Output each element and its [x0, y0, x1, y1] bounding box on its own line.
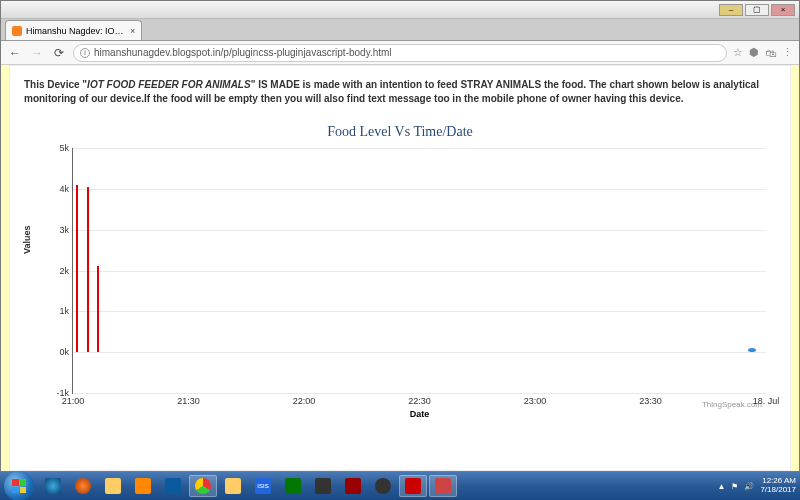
x-tick: 22:30 — [408, 393, 431, 406]
taskbar-app3-icon[interactable] — [279, 475, 307, 497]
clock[interactable]: 12:26 AM7/18/2017 — [760, 477, 796, 495]
taskbar-isis-icon[interactable]: ISIS — [249, 475, 277, 497]
window-maximize-button[interactable]: ▢ — [745, 4, 769, 16]
tray-flag-icon[interactable]: ▲ — [717, 482, 725, 491]
browser-window: – ▢ × Himanshu Nagdev: IOT F × ← → ⟳ i h… — [0, 0, 800, 472]
os-titlebar: – ▢ × — [1, 1, 799, 19]
y-tick: 4k — [59, 184, 73, 194]
y-tick: 3k — [59, 225, 73, 235]
taskbar-app-icon[interactable] — [159, 475, 187, 497]
url-text: himanshunagdev.blogspot.in/p/plugincss-p… — [94, 47, 392, 58]
toolbar: ← → ⟳ i himanshunagdev.blogspot.in/p/plu… — [1, 41, 799, 65]
description-text: This Device "IOT FOOD FEEDER FOR ANIMALS… — [24, 78, 776, 106]
chart: Food Level Vs Time/Date Values Date Thin… — [24, 124, 776, 424]
x-tick: 23:00 — [524, 393, 547, 406]
tray-volume-icon[interactable]: 🔊 — [744, 482, 754, 491]
y-tick: 5k — [59, 143, 73, 153]
reload-button[interactable]: ⟳ — [51, 45, 67, 61]
forward-button: → — [29, 45, 45, 61]
x-axis-label: Date — [410, 409, 430, 419]
series-red-bar — [97, 266, 99, 352]
taskbar-chrome-icon[interactable] — [189, 475, 217, 497]
window-minimize-button[interactable]: – — [719, 4, 743, 16]
taskbar-app2-icon[interactable] — [219, 475, 247, 497]
address-bar[interactable]: i himanshunagdev.blogspot.in/p/plugincss… — [73, 44, 727, 62]
taskbar-app5-icon[interactable] — [339, 475, 367, 497]
page-content: This Device "IOT FOOD FEEDER FOR ANIMALS… — [1, 65, 799, 471]
extension-icon[interactable]: ⬢ — [749, 46, 759, 59]
tab-close-icon[interactable]: × — [130, 26, 135, 36]
x-tick: 23:30 — [639, 393, 662, 406]
window-close-button[interactable]: × — [771, 4, 795, 16]
series-red-bar — [76, 185, 78, 352]
tray-network-icon[interactable]: ⚑ — [731, 482, 738, 491]
back-button[interactable]: ← — [7, 45, 23, 61]
taskbar-app7-icon[interactable] — [429, 475, 457, 497]
start-button[interactable] — [4, 471, 34, 500]
menu-icon[interactable]: ⋮ — [782, 46, 793, 59]
cart-icon[interactable]: 🛍 — [765, 47, 776, 59]
taskbar-media-icon[interactable] — [129, 475, 157, 497]
browser-tab[interactable]: Himanshu Nagdev: IOT F × — [5, 20, 142, 40]
taskbar-pdf-icon[interactable] — [399, 475, 427, 497]
site-info-icon[interactable]: i — [80, 48, 90, 58]
taskbar-firefox-icon[interactable] — [69, 475, 97, 497]
taskbar-app4-icon[interactable] — [309, 475, 337, 497]
windows-logo-icon — [12, 479, 26, 493]
y-tick: 2k — [59, 266, 73, 276]
x-tick: 21:30 — [177, 393, 200, 406]
series-red-bar — [87, 187, 89, 352]
y-axis-label: Values — [22, 225, 32, 254]
taskbar-explorer-icon[interactable] — [99, 475, 127, 497]
x-tick: 21:00 — [62, 393, 85, 406]
bookmark-icon[interactable]: ☆ — [733, 46, 743, 59]
y-tick: 0k — [59, 347, 73, 357]
taskbar: ISIS ▲ ⚑ 🔊 12:26 AM7/18/2017 — [0, 472, 800, 500]
taskbar-app6-icon[interactable] — [369, 475, 397, 497]
plot-area: Date ThingSpeak.com -1k0k1k2k3k4k5k21:00… — [72, 148, 766, 394]
x-tick: 18. Jul — [753, 393, 780, 406]
chart-title: Food Level Vs Time/Date — [24, 124, 776, 140]
favicon-icon — [12, 26, 22, 36]
y-tick: 1k — [59, 306, 73, 316]
tab-strip: Himanshu Nagdev: IOT F × — [1, 19, 799, 41]
taskbar-ie-icon[interactable] — [39, 475, 67, 497]
system-tray[interactable]: ▲ ⚑ 🔊 12:26 AM7/18/2017 — [717, 477, 796, 495]
x-tick: 22:00 — [293, 393, 316, 406]
series-blue-point — [748, 348, 756, 352]
tab-title: Himanshu Nagdev: IOT F — [26, 26, 126, 36]
